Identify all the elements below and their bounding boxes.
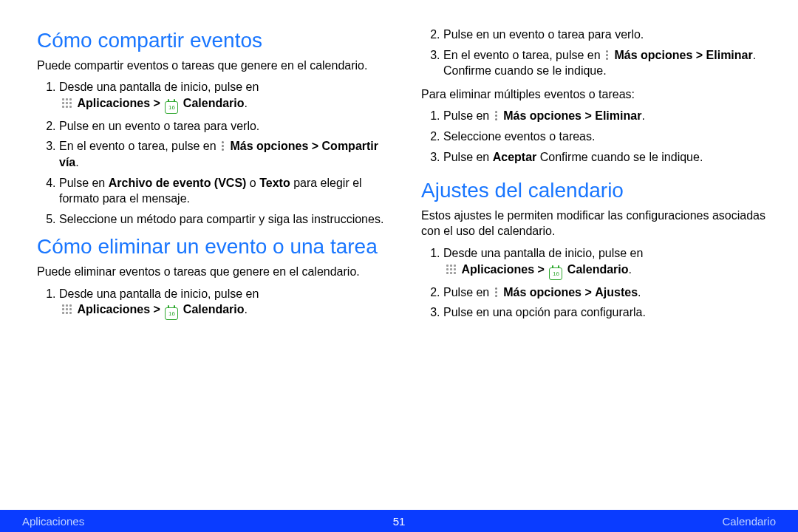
apps-grid-icon	[62, 98, 72, 109]
calendar-icon: 16	[549, 267, 562, 280]
accept-label: Aceptar	[493, 151, 537, 163]
delete-label: Eliminar	[706, 49, 753, 61]
settings-steps: Desde una pantalla de inicio, pulse en A…	[421, 245, 768, 321]
dot: .	[641, 109, 644, 122]
list-item: Pulse en Archivo de evento (VCS) o Texto…	[59, 175, 384, 207]
right-column: Pulse en un evento o tarea para verlo. E…	[421, 22, 768, 328]
more-options-icon	[494, 287, 499, 298]
calendar-icon: 16	[165, 307, 178, 320]
multi-delete-steps: Pulse en Más opciones > Eliminar. Selecc…	[421, 108, 768, 165]
list-item: Desde una pantalla de inicio, pulse en A…	[443, 245, 768, 280]
more-label: Más opciones	[231, 140, 309, 152]
t: Pulse en	[443, 286, 489, 299]
footer-right: Calendario	[722, 515, 776, 528]
share-steps: Desde una pantalla de inicio, pulse en A…	[37, 79, 384, 227]
more-options-icon	[221, 141, 225, 151]
gt: >	[538, 263, 545, 276]
multi-delete-intro: Para eliminar múltiples eventos o tareas…	[421, 86, 768, 103]
t: Confirme cuando se le indique.	[536, 151, 703, 163]
page-number: 51	[393, 515, 406, 528]
dot: .	[245, 303, 248, 316]
share-intro: Puede compartir eventos o tareas que gen…	[37, 58, 384, 74]
list-item: Pulse en una opción para configurarla.	[443, 304, 768, 321]
delete-intro: Puede eliminar eventos o tareas que gene…	[37, 264, 384, 280]
step-text: Desde una pantalla de inicio, pulse en	[59, 81, 259, 93]
section-share-events: Cómo compartir eventos	[37, 28, 384, 53]
footer-left: Aplicaciones	[22, 515, 84, 528]
list-item: Pulse en Más opciones > Ajustes.	[443, 284, 768, 301]
t: o	[246, 177, 259, 189]
calendar-icon: 16	[165, 101, 178, 114]
section-delete-event: Cómo eliminar un evento o una tarea	[37, 234, 384, 259]
settings-label: Ajustes	[595, 286, 638, 299]
more-options-icon	[494, 111, 499, 121]
step-text: Desde una pantalla de inicio, pulse en	[59, 287, 259, 300]
step-text: En el evento o tarea, pulse en	[59, 140, 216, 152]
calendar-label: Calendario	[183, 303, 245, 316]
list-item: Pulse en Aceptar Confirme cuando se le i…	[443, 149, 768, 166]
left-column: Cómo compartir eventos Puede compartir e…	[37, 22, 384, 328]
apps-grid-icon	[62, 304, 72, 315]
more-label: Más opciones	[503, 286, 582, 299]
settings-intro: Estos ajustes le permiten modificar las …	[421, 208, 768, 239]
list-item: Desde una pantalla de inicio, pulse en A…	[59, 79, 384, 114]
more-label: Más opciones	[503, 109, 582, 122]
t: Desde una pantalla de inicio, pulse en	[443, 247, 643, 259]
text-label: Texto	[259, 177, 290, 189]
t: Pulse en	[443, 151, 493, 163]
gt: >	[312, 140, 318, 152]
dot: .	[75, 156, 78, 168]
delete-label: Eliminar	[595, 109, 641, 122]
apps-label: Aplicaciones	[77, 97, 150, 109]
delete-steps-cont: Pulse en un evento o tarea para verlo. E…	[421, 27, 768, 79]
content-columns: Cómo compartir eventos Puede compartir e…	[0, 0, 798, 328]
gt: >	[584, 109, 591, 122]
apps-grid-icon	[446, 265, 457, 275]
gt: >	[696, 49, 703, 61]
list-item: Pulse en un evento o tarea para verlo.	[443, 27, 768, 43]
t: En el evento o tarea, pulse en	[443, 49, 601, 61]
more-options-icon	[605, 50, 610, 61]
apps-label: Aplicaciones	[77, 303, 150, 316]
calendar-label: Calendario	[567, 263, 629, 276]
manual-page: Cómo compartir eventos Puede compartir e…	[0, 0, 798, 532]
list-item: Pulse en Más opciones > Eliminar.	[443, 108, 768, 124]
vcs-label: Archivo de evento (VCS)	[109, 177, 247, 189]
apps-label: Aplicaciones	[461, 263, 534, 276]
section-calendar-settings: Ajustes del calendario	[421, 178, 768, 203]
t: Pulse en	[443, 109, 489, 122]
dot: .	[629, 263, 632, 276]
list-item: Pulse en un evento o tarea para verlo.	[59, 118, 384, 134]
more-label: Más opciones	[615, 49, 693, 61]
list-item: Desde una pantalla de inicio, pulse en A…	[59, 286, 384, 321]
gt: >	[154, 303, 160, 316]
list-item: En el evento o tarea, pulse en Más opcio…	[443, 47, 768, 79]
delete-steps: Desde una pantalla de inicio, pulse en A…	[37, 286, 384, 321]
dot: .	[245, 97, 248, 109]
gt: >	[154, 97, 160, 109]
list-item: Seleccione un método para compartir y si…	[59, 211, 384, 228]
page-footer: Aplicaciones 51 Calendario	[0, 510, 798, 532]
list-item: En el evento o tarea, pulse en Más opcio…	[59, 138, 384, 170]
gt: >	[584, 286, 591, 299]
dot: .	[638, 286, 641, 299]
list-item: Seleccione eventos o tareas.	[443, 129, 768, 145]
calendar-label: Calendario	[183, 97, 245, 109]
t: Pulse en	[59, 177, 109, 189]
